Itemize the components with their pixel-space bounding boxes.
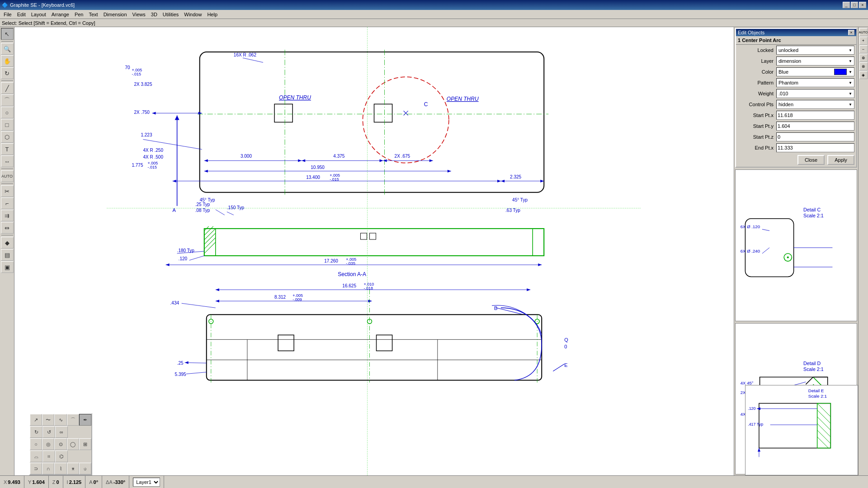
close-button[interactable]: Close — [797, 155, 825, 165]
startpty-value[interactable] — [776, 122, 854, 131]
canvas-area[interactable]: OPEN THRU OPEN THRU C 16X R .062 +.00 — [14, 27, 734, 475]
startptx-value[interactable] — [776, 111, 854, 120]
palette-btn-6[interactable]: ↻ — [30, 426, 42, 438]
menu-3d[interactable]: 3D — [148, 11, 160, 18]
svg-text:4X  R .250: 4X R .250 — [143, 148, 163, 153]
node-tool[interactable]: ◆ — [1, 237, 14, 249]
menu-utilities[interactable]: Utilities — [160, 11, 181, 18]
menu-help[interactable]: Help — [204, 11, 220, 18]
palette-btn-15[interactable]: ⌗ — [42, 450, 55, 462]
menu-window[interactable]: Window — [181, 11, 204, 18]
select-tool[interactable]: ↖ — [1, 28, 14, 40]
menu-layout[interactable]: Layout — [28, 11, 49, 18]
mini-tool-3[interactable]: ⊕ — [859, 54, 868, 62]
i-label: I — [67, 479, 68, 485]
startpty-row: Start Pt.y — [736, 121, 856, 131]
mini-tool-5[interactable]: ◈ — [859, 71, 868, 79]
mirror-tool[interactable]: ⇔ — [1, 222, 14, 234]
endptx-value[interactable] — [776, 143, 854, 152]
layer-field[interactable]: Layer1 — [129, 476, 164, 488]
pattern-select[interactable]: Phantom ▼ — [776, 78, 854, 87]
palette-btn-19[interactable]: ⌇ — [54, 463, 66, 474]
rect-tool[interactable]: □ — [1, 119, 14, 131]
endptx-input[interactable] — [776, 143, 854, 152]
fillet-tool[interactable]: ⌐ — [1, 197, 14, 209]
bottom-status: X 9.493 Y 1.604 Z 0 I 2.125 A 0° ΔA -330… — [0, 475, 868, 488]
palette-btn-4[interactable]: ⌒ — [67, 414, 79, 426]
x-value: 9.493 — [8, 479, 20, 485]
aa-value: -330° — [113, 479, 125, 485]
layer-label: Layer — [738, 58, 776, 64]
arc-tool[interactable]: ⌒ — [1, 94, 14, 106]
mini-tool-1[interactable]: + — [859, 37, 868, 45]
controlpts-select[interactable]: hidden ▼ — [776, 100, 854, 109]
menu-arrange[interactable]: Arrange — [49, 11, 72, 18]
trim-tool[interactable]: ✂ — [1, 185, 14, 197]
weight-select[interactable]: .010 ▼ — [776, 89, 854, 98]
startptx-input[interactable] — [776, 111, 854, 120]
palette-btn-8[interactable]: ∞ — [55, 426, 68, 438]
palette-btn-13[interactable]: ⊞ — [79, 438, 91, 450]
menu-text[interactable]: Text — [86, 11, 100, 18]
palette-btn-16[interactable]: ⌬ — [55, 450, 68, 462]
auto-tool[interactable]: AUTO — [1, 170, 14, 182]
palette-btn-17[interactable]: ⊃ — [30, 463, 42, 474]
aa-field: ΔA -330° — [102, 476, 129, 488]
color-select[interactable]: Blue ▼ — [776, 67, 854, 76]
close-btn[interactable]: × — [859, 2, 866, 8]
offset-tool[interactable]: ⇉ — [1, 210, 14, 221]
menu-file[interactable]: File — [1, 11, 14, 18]
palette-btn-20[interactable]: ⌆ — [67, 463, 79, 474]
x-label: X — [4, 479, 7, 485]
menu-edit[interactable]: Edit — [14, 11, 28, 18]
rotate-tool[interactable]: ↻ — [1, 67, 14, 79]
svg-text:.120: .120 — [179, 256, 188, 261]
poly-tool[interactable]: ⬡ — [1, 131, 14, 143]
palette-btn-18[interactable]: ∩ — [42, 463, 54, 474]
mini-tool-4[interactable]: ⊗ — [859, 62, 868, 70]
startptz-value[interactable] — [776, 132, 854, 141]
svg-text:4X  45°: 4X 45° — [741, 380, 754, 385]
layer-row: Layer dimension ▼ — [736, 56, 856, 66]
mini-tool-2[interactable]: − — [859, 45, 868, 53]
weight-value: .010 ▼ — [776, 89, 854, 98]
app-icon: 🔷 — [2, 2, 8, 8]
palette-btn-14[interactable]: ⌓ — [30, 450, 42, 462]
color-row: Color Blue ▼ — [736, 66, 856, 77]
palette-btn-3[interactable]: ∿ — [54, 414, 66, 426]
locked-select[interactable]: unlocked ▼ — [776, 46, 854, 55]
detail-c-box: Detail C Scale 2:1 6X Ø .120 6X Ø .240 — [735, 169, 857, 321]
menu-dimension[interactable]: Dimension — [101, 11, 130, 18]
minimize-btn[interactable]: _ — [843, 2, 850, 8]
palette-btn-7[interactable]: ↺ — [42, 426, 55, 438]
text-tool[interactable]: T — [1, 143, 14, 155]
apply-button[interactable]: Apply — [827, 155, 854, 165]
palette-btn-12[interactable]: ◯ — [67, 438, 79, 450]
palette-btn-10[interactable]: ◎ — [42, 438, 54, 450]
menu-pen[interactable]: Pen — [72, 11, 86, 18]
dim-tool[interactable]: ↔ — [1, 155, 14, 167]
menu-views[interactable]: Views — [130, 11, 148, 18]
layer-select[interactable]: Layer1 — [133, 478, 160, 487]
layer-select[interactable]: dimension ▼ — [776, 56, 854, 66]
mini-auto-btn[interactable]: AUTO — [859, 28, 868, 36]
maximize-btn[interactable]: □ — [851, 2, 858, 8]
zoom-tool[interactable]: 🔍 — [1, 43, 14, 55]
palette-btn-11[interactable]: ⊙ — [54, 438, 66, 450]
title-bar-controls[interactable]: _ □ × — [843, 2, 866, 8]
pattern-value: Phantom ▼ — [776, 78, 854, 87]
circle-tool[interactable]: ○ — [1, 107, 14, 118]
fill-tool[interactable]: ▣ — [1, 261, 14, 273]
endptx-row: End Pt.x — [736, 142, 856, 153]
startpty-input[interactable] — [776, 122, 854, 131]
startptz-input[interactable] — [776, 132, 854, 141]
palette-btn-2[interactable]: 〜 — [42, 414, 54, 426]
palette-btn-1[interactable]: ↗ — [30, 414, 42, 426]
edit-objects-close-icon[interactable]: × — [848, 30, 854, 35]
pan-tool[interactable]: ✋ — [1, 55, 14, 67]
palette-btn-9[interactable]: ○ — [30, 438, 42, 450]
line-tool[interactable]: ╱ — [1, 82, 14, 94]
hatch-tool[interactable]: ▤ — [1, 249, 14, 261]
palette-btn-5[interactable]: ✒ — [79, 414, 91, 426]
palette-btn-21[interactable]: ⍦ — [79, 463, 91, 474]
